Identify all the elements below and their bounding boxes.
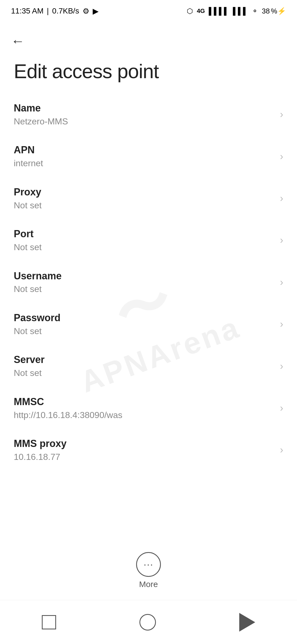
- settings-label-username: Username: [14, 270, 274, 283]
- settings-item-content-proxy: Proxy Not set: [14, 186, 274, 211]
- chevron-icon-server: ›: [280, 361, 283, 372]
- settings-value-proxy: Not set: [14, 200, 274, 211]
- nav-home-button[interactable]: [134, 608, 161, 636]
- status-right: ⬡ 4G ▌▌▌▌ ▌▌▌ ⚬ 38 %⚡: [187, 7, 286, 15]
- page-title: Edit access point: [0, 54, 297, 94]
- chevron-icon-name: ›: [280, 109, 283, 120]
- settings-item-mmsc[interactable]: MMSC http://10.16.18.4:38090/was ›: [0, 387, 297, 429]
- back-button-area: ←: [0, 22, 297, 54]
- settings-label-server: Server: [14, 353, 274, 366]
- bluetooth-icon: ⬡: [187, 7, 193, 15]
- status-left: 11:35 AM | 0.7KB/s ⚙ ▶: [11, 7, 99, 16]
- settings-item-content-username: Username Not set: [14, 270, 274, 295]
- chevron-icon-mms-proxy: ›: [280, 444, 283, 456]
- wifi-icon: ⚬: [252, 7, 258, 15]
- settings-item-content-apn: APN internet: [14, 144, 274, 169]
- chevron-icon-port: ›: [280, 234, 283, 246]
- settings-item-mms-proxy[interactable]: MMS proxy 10.16.18.77 ›: [0, 429, 297, 471]
- settings-item-name[interactable]: Name Netzero-MMS ›: [0, 94, 297, 135]
- data-speed: 0.7KB/s: [52, 7, 79, 15]
- chevron-icon-password: ›: [280, 318, 283, 330]
- battery-icon: %⚡: [271, 7, 286, 15]
- settings-item-content-mmsc: MMSC http://10.16.18.4:38090/was: [14, 395, 274, 421]
- nav-bar: [0, 600, 297, 644]
- chevron-icon-proxy: ›: [280, 193, 283, 204]
- more-button[interactable]: ··· More: [136, 552, 161, 589]
- settings-label-proxy: Proxy: [14, 186, 274, 199]
- battery-percent: 38: [262, 7, 270, 15]
- settings-item-apn[interactable]: APN internet ›: [0, 135, 297, 177]
- settings-label-apn: APN: [14, 144, 274, 157]
- nav-recent-button[interactable]: [36, 610, 62, 635]
- settings-label-name: Name: [14, 102, 274, 115]
- signal-bars-icon: ▌▌▌▌: [209, 7, 229, 15]
- more-dots-icon: ···: [144, 559, 153, 570]
- signal-4g-icon: 4G: [197, 7, 205, 15]
- settings-value-apn: internet: [14, 158, 274, 169]
- settings-value-username: Not set: [14, 283, 274, 295]
- settings-item-content-password: Password Not set: [14, 312, 274, 337]
- settings-item-password[interactable]: Password Not set ›: [0, 303, 297, 345]
- settings-item-content-port: Port Not set: [14, 228, 274, 253]
- settings-item-port[interactable]: Port Not set ›: [0, 219, 297, 261]
- settings-label-password: Password: [14, 312, 274, 324]
- settings-item-content-server: Server Not set: [14, 353, 274, 379]
- more-label: More: [139, 580, 158, 589]
- settings-value-mmsc: http://10.16.18.4:38090/was: [14, 410, 274, 421]
- back-button[interactable]: ←: [11, 33, 25, 49]
- settings-item-content-name: Name Netzero-MMS: [14, 102, 274, 127]
- settings-value-mms-proxy: 10.16.18.77: [14, 451, 274, 463]
- nav-back-button[interactable]: [234, 607, 261, 637]
- chevron-icon-mmsc: ›: [280, 402, 283, 414]
- recent-apps-icon: [42, 615, 56, 629]
- time-display: 11:35 AM: [11, 7, 43, 15]
- video-icon: ▶: [93, 7, 99, 16]
- settings-item-username[interactable]: Username Not set ›: [0, 261, 297, 303]
- signal-bars-2-icon: ▌▌▌: [233, 7, 248, 15]
- settings-value-server: Not set: [14, 367, 274, 379]
- battery-indicator: 38 %⚡: [262, 7, 286, 15]
- settings-label-mms-proxy: MMS proxy: [14, 437, 274, 450]
- status-bar: 11:35 AM | 0.7KB/s ⚙ ▶ ⬡ 4G ▌▌▌▌ ▌▌▌ ⚬ 3…: [0, 0, 297, 22]
- settings-icon: ⚙: [82, 7, 89, 16]
- settings-label-mmsc: MMSC: [14, 395, 274, 408]
- settings-list: Name Netzero-MMS › APN internet › Proxy …: [0, 94, 297, 471]
- settings-item-proxy[interactable]: Proxy Not set ›: [0, 178, 297, 219]
- settings-value-password: Not set: [14, 326, 274, 337]
- home-icon: [139, 614, 156, 631]
- back-icon: [239, 613, 255, 632]
- settings-label-port: Port: [14, 228, 274, 241]
- settings-item-content-mms-proxy: MMS proxy 10.16.18.77: [14, 437, 274, 463]
- settings-value-name: Netzero-MMS: [14, 116, 274, 127]
- chevron-icon-username: ›: [280, 277, 283, 288]
- chevron-icon-apn: ›: [280, 151, 283, 162]
- settings-value-port: Not set: [14, 242, 274, 253]
- settings-item-server[interactable]: Server Not set ›: [0, 345, 297, 387]
- speed-display: |: [47, 7, 49, 15]
- more-circle-icon: ···: [136, 552, 161, 577]
